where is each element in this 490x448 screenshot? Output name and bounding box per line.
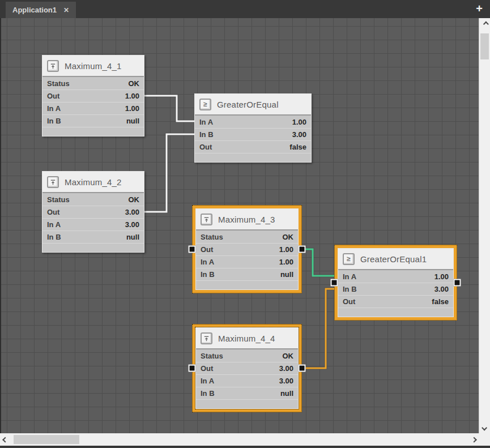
node-title: Maximum_4_1 — [65, 61, 122, 71]
close-icon[interactable]: ✕ — [63, 7, 69, 14]
vertical-scrollbar[interactable] — [479, 18, 490, 433]
row-in-b: In B3.00 — [338, 283, 453, 295]
node-footer — [196, 280, 298, 289]
wire-max41-to-goe-ina[interactable] — [144, 96, 194, 121]
greater-or-equal-icon: ≥ — [343, 253, 355, 265]
node-maximum-4-4[interactable]: Maximum_4_4 StatusOK Out3.00 In A3.00 In… — [195, 327, 299, 409]
row-in-a: In A1.00 — [196, 255, 298, 268]
vertical-scrollbar-thumb[interactable] — [480, 33, 489, 59]
port-handle-goe1-left[interactable] — [331, 279, 338, 287]
row-value: 3.00 — [279, 377, 293, 385]
node-greaterorequal[interactable]: ≥ GreaterOrEqual In A1.00 In B3.00 Outfa… — [194, 93, 312, 163]
row-in-b: In B3.00 — [195, 128, 311, 140]
scroll-left-button[interactable] — [0, 434, 11, 445]
port-handle-max43-out-right[interactable] — [299, 246, 306, 253]
row-label: In A — [47, 220, 61, 229]
row-label: Out — [199, 143, 212, 151]
tab-label: Application1 — [12, 6, 57, 14]
port-handle-max43-out-left[interactable] — [189, 246, 196, 253]
node-footer — [196, 399, 298, 408]
node-maximum-4-3[interactable]: Maximum_4_3 StatusOK Out1.00 In A1.00 In… — [195, 208, 299, 290]
greater-or-equal-icon: ≥ — [199, 99, 211, 110]
row-label: In B — [47, 117, 61, 125]
diagram-canvas[interactable]: Maximum_4_1 StatusOK Out1.00 In A1.00 In… — [0, 18, 479, 433]
row-value: null — [280, 270, 293, 279]
port-handle-max44-out-right[interactable] — [299, 365, 306, 372]
greater-or-equal-glyph: ≥ — [347, 255, 351, 262]
row-label: Out — [201, 364, 213, 373]
row-in-a: In A1.00 — [338, 270, 453, 283]
row-in-b: In Bnull — [196, 268, 298, 280]
port-handle-max44-out-left[interactable] — [189, 365, 196, 372]
row-value: OK — [283, 233, 294, 241]
node-greaterorequal1[interactable]: ≥ GreaterOrEqual1 In A1.00 In B3.00 Outf… — [338, 248, 454, 317]
row-value: 1.00 — [434, 272, 449, 281]
row-in-b: In Bnull — [42, 114, 144, 127]
row-value: 1.00 — [292, 118, 306, 126]
row-label: Out — [47, 208, 59, 216]
chevron-left-icon — [2, 437, 8, 442]
row-label: Status — [201, 233, 223, 241]
node-title: Maximum_4_2 — [65, 177, 122, 187]
row-label: In B — [343, 285, 357, 293]
row-in-b: In Bnull — [42, 231, 144, 243]
horizontal-scrollbar[interactable] — [0, 433, 479, 446]
node-header: ≥ GreaterOrEqual — [195, 94, 311, 116]
row-value: OK — [129, 79, 140, 88]
row-value: OK — [283, 352, 294, 360]
node-footer — [195, 153, 311, 162]
row-in-a: In A3.00 — [42, 218, 144, 231]
chevron-up-icon — [483, 21, 488, 27]
node-maximum-4-1[interactable]: Maximum_4_1 StatusOK Out1.00 In A1.00 In… — [42, 55, 144, 136]
node-editor-window: Application1 ✕ + Maximum_4_1 StatusOK — [0, 0, 490, 448]
row-value: 3.00 — [125, 220, 139, 229]
selection-frame-maximum-4-3[interactable]: Maximum_4_3 StatusOK Out1.00 In A1.00 In… — [192, 205, 302, 293]
tab-application1[interactable]: Application1 ✕ — [6, 2, 76, 18]
chevron-down-icon — [482, 425, 487, 430]
wire-max44-to-goe1-inb[interactable] — [302, 289, 338, 368]
node-title: Maximum_4_4 — [218, 334, 275, 343]
row-label: In A — [201, 258, 214, 266]
wire-max43-to-goe1-ina[interactable] — [302, 249, 338, 276]
row-label: In A — [201, 377, 214, 385]
row-label: In B — [47, 233, 61, 241]
node-maximum-4-2[interactable]: Maximum_4_2 StatusOK Out3.00 In A3.00 In… — [42, 171, 144, 253]
row-in-a: In A1.00 — [195, 116, 311, 128]
scroll-down-button[interactable] — [479, 422, 490, 433]
scrollbar-corner — [479, 433, 490, 446]
maximum-icon — [47, 60, 59, 72]
wire-max42-to-goe-inb[interactable] — [144, 134, 194, 212]
row-value: 3.00 — [125, 208, 139, 216]
maximum-icon — [201, 332, 212, 344]
port-handle-goe1-right[interactable] — [454, 279, 461, 287]
chevron-right-icon — [471, 437, 476, 442]
row-in-b: In Bnull — [196, 387, 298, 399]
row-label: In B — [201, 270, 215, 279]
row-out: Out1.00 — [196, 243, 298, 255]
row-value: 3.00 — [292, 130, 306, 139]
selection-frame-maximum-4-4[interactable]: Maximum_4_4 StatusOK Out3.00 In A3.00 In… — [192, 324, 302, 412]
node-header: Maximum_4_4 — [196, 328, 298, 349]
scroll-right-button[interactable] — [467, 434, 479, 445]
row-label: Out — [201, 245, 213, 254]
row-value: 3.00 — [434, 285, 449, 293]
row-value: 1.00 — [279, 245, 293, 254]
row-label: Status — [201, 352, 223, 360]
row-label: In B — [199, 130, 214, 139]
row-label: In A — [343, 272, 356, 281]
horizontal-scrollbar-thumb[interactable] — [14, 435, 79, 444]
node-header: Maximum_4_1 — [42, 56, 144, 77]
row-status: StatusOK — [42, 77, 144, 89]
node-title: GreaterOrEqual — [217, 100, 279, 109]
row-value: null — [126, 233, 139, 241]
row-label: In A — [47, 104, 61, 113]
new-tab-button[interactable]: + — [473, 1, 485, 16]
maximum-icon — [47, 176, 59, 188]
node-footer — [42, 127, 144, 136]
scroll-up-button[interactable] — [479, 18, 490, 29]
selection-frame-greaterorequal1[interactable]: ≥ GreaterOrEqual1 In A1.00 In B3.00 Outf… — [334, 245, 457, 321]
row-out: Out3.00 — [42, 206, 144, 218]
row-in-a: In A1.00 — [42, 102, 144, 114]
row-status: StatusOK — [196, 349, 298, 362]
maximum-icon — [201, 214, 212, 225]
